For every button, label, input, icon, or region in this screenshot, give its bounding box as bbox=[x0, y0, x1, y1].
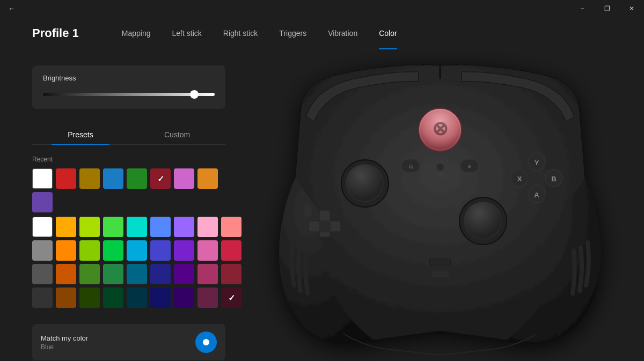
sub-tabs: Presets Custom bbox=[32, 125, 225, 145]
recent-color-0[interactable] bbox=[32, 168, 53, 189]
svg-text:⧉: ⧉ bbox=[409, 164, 413, 170]
preset-color-23[interactable] bbox=[150, 264, 171, 284]
recent-color-2[interactable] bbox=[79, 168, 100, 189]
preset-color-32[interactable] bbox=[150, 288, 171, 308]
svg-text:A: A bbox=[534, 191, 539, 199]
svg-point-25 bbox=[436, 164, 444, 171]
recent-color-6[interactable] bbox=[174, 168, 194, 189]
preset-color-22[interactable] bbox=[127, 264, 147, 284]
match-color-subtitle: Blue bbox=[41, 343, 88, 351]
tab-mapping[interactable]: Mapping bbox=[111, 17, 162, 49]
match-color-section: Match my color Blue bbox=[32, 324, 225, 360]
preset-colors-grid bbox=[32, 217, 225, 308]
sub-tab-presets[interactable]: Presets bbox=[32, 125, 129, 144]
preset-color-10[interactable] bbox=[56, 240, 76, 261]
recent-color-1[interactable] bbox=[56, 168, 76, 189]
preset-color-15[interactable] bbox=[174, 240, 194, 261]
restore-button[interactable]: ❐ bbox=[595, 0, 619, 17]
match-color-toggle[interactable] bbox=[195, 331, 217, 353]
preset-color-16[interactable] bbox=[197, 240, 218, 261]
preset-color-34[interactable] bbox=[197, 288, 218, 308]
minimize-button[interactable]: − bbox=[570, 0, 595, 17]
preset-color-27[interactable] bbox=[32, 288, 53, 308]
preset-color-7[interactable] bbox=[197, 217, 218, 237]
preset-color-14[interactable] bbox=[150, 240, 171, 261]
preset-color-2[interactable] bbox=[79, 217, 100, 237]
brightness-section: Brightness bbox=[32, 65, 225, 109]
preset-color-33[interactable] bbox=[174, 288, 194, 308]
svg-text:X: X bbox=[517, 175, 522, 183]
preset-color-28[interactable] bbox=[56, 288, 76, 308]
preset-color-18[interactable] bbox=[32, 264, 53, 284]
svg-rect-27 bbox=[432, 272, 448, 276]
toggle-indicator bbox=[203, 339, 209, 345]
controller-svg: ⊗ Y A bbox=[236, 28, 644, 361]
brightness-slider[interactable] bbox=[43, 93, 215, 96]
preset-color-31[interactable] bbox=[127, 288, 147, 308]
main-content: Brightness Presets Custom Recent Match m… bbox=[0, 49, 644, 361]
controller-image: ⊗ Y A bbox=[236, 28, 644, 361]
brightness-label: Brightness bbox=[43, 74, 215, 82]
preset-color-12[interactable] bbox=[103, 240, 123, 261]
recent-label: Recent bbox=[32, 156, 225, 163]
preset-color-1[interactable] bbox=[56, 217, 76, 237]
close-button[interactable]: ✕ bbox=[619, 0, 644, 17]
svg-text:Y: Y bbox=[535, 159, 539, 167]
svg-rect-26 bbox=[429, 259, 451, 265]
preset-color-0[interactable] bbox=[32, 217, 53, 237]
profile-title: Profile 1 bbox=[32, 26, 79, 40]
match-color-text: Match my color Blue bbox=[41, 334, 88, 351]
preset-color-29[interactable] bbox=[79, 288, 100, 308]
preset-color-3[interactable] bbox=[103, 217, 123, 237]
match-color-title: Match my color bbox=[41, 334, 88, 342]
preset-color-19[interactable] bbox=[56, 264, 76, 284]
recent-color-4[interactable] bbox=[127, 168, 147, 189]
preset-color-5[interactable] bbox=[150, 217, 171, 237]
title-bar: ← − ❐ ✕ bbox=[0, 0, 644, 17]
preset-color-24[interactable] bbox=[174, 264, 194, 284]
preset-color-6[interactable] bbox=[174, 217, 194, 237]
recent-color-8[interactable] bbox=[32, 192, 53, 212]
preset-color-4[interactable] bbox=[127, 217, 147, 237]
preset-color-30[interactable] bbox=[103, 288, 123, 308]
preset-color-20[interactable] bbox=[79, 264, 100, 284]
recent-color-3[interactable] bbox=[103, 168, 123, 189]
svg-point-8 bbox=[464, 202, 502, 240]
preset-color-9[interactable] bbox=[32, 240, 53, 261]
recent-color-7[interactable] bbox=[197, 168, 218, 189]
svg-point-5 bbox=[346, 164, 384, 203]
svg-text:⊗: ⊗ bbox=[432, 117, 448, 139]
preset-color-21[interactable] bbox=[103, 264, 123, 284]
preset-color-25[interactable] bbox=[197, 264, 218, 284]
back-button[interactable]: ← bbox=[6, 3, 17, 14]
right-panel: ⊗ Y A bbox=[258, 49, 644, 361]
recent-color-5[interactable] bbox=[150, 168, 171, 189]
preset-color-11[interactable] bbox=[79, 240, 100, 261]
tab-left-stick[interactable]: Left stick bbox=[162, 17, 213, 49]
svg-rect-12 bbox=[319, 220, 331, 232]
svg-text:≡: ≡ bbox=[468, 164, 471, 170]
sub-tab-custom[interactable]: Custom bbox=[129, 125, 225, 144]
left-panel: Brightness Presets Custom Recent Match m… bbox=[0, 49, 258, 361]
preset-color-13[interactable] bbox=[127, 240, 147, 261]
svg-text:B: B bbox=[551, 175, 556, 183]
recent-colors-row bbox=[32, 168, 225, 212]
